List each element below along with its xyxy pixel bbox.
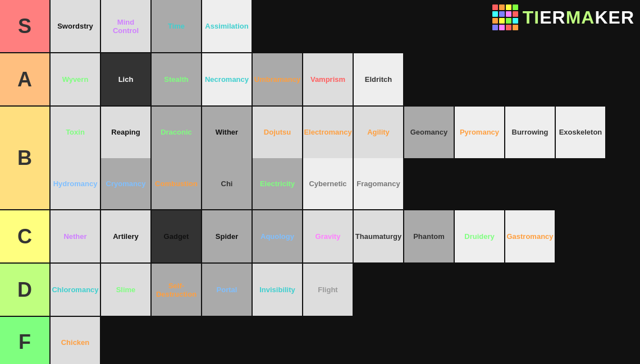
tier-item-B-1-5[interactable]: Cybernetic	[303, 158, 354, 210]
tier-items-D: ChloromancySlimeSelf-DestructionPortalIn…	[51, 264, 640, 316]
tier-label-C: C	[0, 210, 51, 262]
tier-items-B: ToxinReapingDraconicWitherDojutsuElectro…	[51, 107, 640, 209]
tier-item-A-5[interactable]: Vamprism	[303, 53, 354, 105]
logo-cell-6	[506, 11, 511, 17]
tier-row-C: CNetherArtileryGadgetSpiderAquologyGravi…	[0, 210, 640, 264]
logo-cell-12	[492, 25, 498, 30]
tier-row-A: AWyvernLichStealthNecromancyUmbramancyVa…	[0, 53, 640, 107]
tier-label-F: F	[0, 317, 51, 364]
logo-cell-10	[506, 18, 511, 24]
logo-cell-2	[506, 4, 511, 10]
tier-item-C-0[interactable]: Nether	[51, 210, 101, 262]
logo-cell-13	[499, 25, 505, 30]
logo-grid	[492, 4, 518, 30]
tier-label-B: B	[0, 107, 51, 209]
tier-item-B-0-7[interactable]: Geomancy	[404, 107, 455, 158]
tier-subrow-B-1: HydromancyCryomancyCombustionChiElectric…	[51, 158, 640, 210]
tier-items-A: WyvernLichStealthNecromancyUmbramancyVam…	[51, 53, 640, 105]
tier-item-C-9[interactable]: Gastromancy	[505, 210, 556, 262]
logo-cell-8	[492, 18, 498, 24]
tier-row-B: BToxinReapingDraconicWitherDojutsuElectr…	[0, 107, 640, 210]
tier-item-C-1[interactable]: Artilery	[101, 210, 152, 262]
tier-table: SSwordstryMind ControlTimeAssimilationAW…	[0, 0, 640, 364]
tier-item-B-1-1[interactable]: Cryomancy	[101, 158, 152, 210]
tier-item-S-0[interactable]: Swordstry	[51, 0, 101, 52]
tier-label-A: A	[0, 53, 51, 105]
logo-cell-1	[499, 4, 505, 10]
tier-item-A-0[interactable]: Wyvern	[51, 53, 101, 105]
tier-item-D-0[interactable]: Chloromancy	[51, 264, 101, 316]
tier-subrow-B-0: ToxinReapingDraconicWitherDojutsuElectro…	[51, 107, 640, 158]
tier-item-B-0-6[interactable]: Agility	[354, 107, 404, 158]
tier-item-B-1-0[interactable]: Hydromancy	[51, 158, 101, 210]
tier-item-S-3[interactable]: Assimilation	[202, 0, 253, 52]
tier-label-D: D	[0, 264, 51, 316]
tier-item-A-1[interactable]: Lich	[101, 53, 152, 105]
tier-item-S-1[interactable]: Mind Control	[101, 0, 152, 52]
tier-item-D-5[interactable]: Flight	[303, 264, 354, 316]
tier-item-B-1-6[interactable]: Fragomancy	[354, 158, 404, 210]
tier-item-A-3[interactable]: Necromancy	[202, 53, 253, 105]
tier-item-C-2[interactable]: Gadget	[152, 210, 202, 262]
tier-item-B-1-2[interactable]: Combustion	[152, 158, 202, 210]
logo-cell-5	[499, 11, 505, 17]
logo-cell-4	[492, 11, 498, 17]
tier-item-B-1-3[interactable]: Chi	[202, 158, 253, 210]
logo-cell-7	[513, 11, 518, 17]
logo-cell-11	[513, 18, 518, 24]
tier-item-B-0-0[interactable]: Toxin	[51, 107, 101, 158]
tier-item-B-0-10[interactable]: Exoskeleton	[556, 107, 606, 158]
logo-cell-9	[499, 18, 505, 24]
logo-cell-3	[513, 4, 518, 10]
tier-item-A-4[interactable]: Umbramancy	[253, 53, 303, 105]
tier-item-C-6[interactable]: Thaumaturgy	[354, 210, 404, 262]
tier-item-B-0-3[interactable]: Wither	[202, 107, 253, 158]
logo-cell-0	[492, 4, 498, 10]
tier-item-D-2[interactable]: Self-Destruction	[152, 264, 202, 316]
tier-item-S-2[interactable]: Time	[152, 0, 202, 52]
main-container: TiERMAKER SSwordstryMind ControlTimeAssi…	[0, 0, 640, 364]
tier-item-C-8[interactable]: Druidery	[455, 210, 505, 262]
tier-item-C-4[interactable]: Aquology	[253, 210, 303, 262]
tier-item-B-0-4[interactable]: Dojutsu	[253, 107, 303, 158]
tier-row-F: FChicken	[0, 317, 640, 364]
tier-item-C-7[interactable]: Phantom	[404, 210, 455, 262]
tier-item-D-1[interactable]: Slime	[101, 264, 152, 316]
logo-text: TiERMAKER	[523, 7, 634, 28]
tier-item-A-2[interactable]: Stealth	[152, 53, 202, 105]
tier-item-B-0-8[interactable]: Pyromancy	[455, 107, 505, 158]
logo-cell-15	[513, 25, 518, 30]
tier-item-B-0-9[interactable]: Burrowing	[505, 107, 556, 158]
tier-item-B-1-4[interactable]: Electricity	[253, 158, 303, 210]
tier-item-D-4[interactable]: Invisibility	[253, 264, 303, 316]
tier-items-F: Chicken	[51, 317, 640, 364]
tier-items-C: NetherArtileryGadgetSpiderAquologyGravit…	[51, 210, 640, 262]
tier-label-S: S	[0, 0, 51, 52]
tier-row-D: DChloromancySlimeSelf-DestructionPortalI…	[0, 264, 640, 317]
tier-item-B-0-5[interactable]: Electromancy	[303, 107, 354, 158]
tier-item-F-0[interactable]: Chicken	[51, 317, 101, 364]
tier-item-A-6[interactable]: Eldritch	[354, 53, 404, 105]
tier-item-D-3[interactable]: Portal	[202, 264, 253, 316]
logo-cell-14	[506, 25, 511, 30]
logo-area: TiERMAKER	[492, 4, 634, 30]
tier-item-C-5[interactable]: Gravity	[303, 210, 354, 262]
tier-item-C-3[interactable]: Spider	[202, 210, 253, 262]
tier-item-B-0-2[interactable]: Draconic	[152, 107, 202, 158]
tier-item-B-0-1[interactable]: Reaping	[101, 107, 152, 158]
